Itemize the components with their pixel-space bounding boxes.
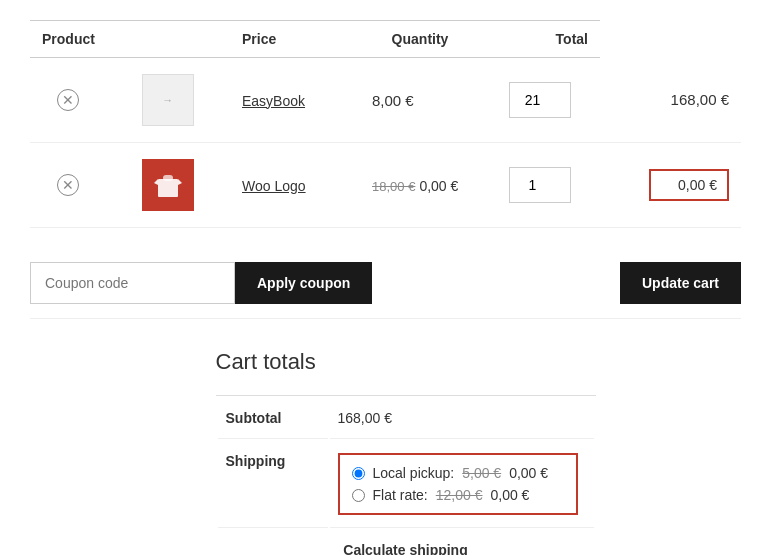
coupon-section: Apply coupon xyxy=(30,262,372,304)
header-total: Total xyxy=(480,21,600,58)
shipping-local-label: Local pickup: xyxy=(373,465,455,481)
product-link[interactable]: Woo Logo xyxy=(242,178,306,194)
svg-rect-3 xyxy=(163,175,173,181)
product-total: 168,00 € xyxy=(671,91,729,108)
remove-cell: ✕ xyxy=(30,58,105,143)
subtotal-value: 168,00 € xyxy=(330,398,594,439)
shipping-option-local: Local pickup: 5,00 € 0,00 € xyxy=(352,465,564,481)
cart-totals-section: Cart totals Subtotal 168,00 € Shipping L… xyxy=(176,349,596,555)
shipping-local-original: 5,00 € xyxy=(462,465,501,481)
product-total-highlighted: 0,00 € xyxy=(649,169,729,201)
update-cart-button[interactable]: Update cart xyxy=(620,262,741,304)
shipping-row: Shipping Local pickup: 5,00 € 0,00 € Fla… xyxy=(218,441,594,528)
coupon-input[interactable] xyxy=(30,262,235,304)
product-quantity-cell xyxy=(480,58,600,143)
shipping-flat-original: 12,00 € xyxy=(436,487,483,503)
table-row: ✕ Woo Logo 18,00 €0,00 € xyxy=(30,143,741,228)
product-thumbnail: → xyxy=(142,74,194,126)
product-link[interactable]: EasyBook xyxy=(242,93,305,109)
product-thumbnail-cell: → xyxy=(105,58,230,143)
svg-marker-1 xyxy=(154,179,158,185)
shipping-radio-local[interactable] xyxy=(352,467,365,480)
subtotal-label: Subtotal xyxy=(218,398,328,439)
product-price-original: 18,00 € xyxy=(372,179,415,194)
table-row: ✕ → EasyBook 8,00 € 168,00 € xyxy=(30,58,741,143)
cart-totals-heading: Cart totals xyxy=(216,349,596,375)
header-quantity: Quantity xyxy=(360,21,480,58)
quantity-input[interactable] xyxy=(509,167,571,203)
product-total-highlighted-cell: 0,00 € xyxy=(600,143,741,228)
product-name-cell: Woo Logo xyxy=(230,143,360,228)
product-total-cell: 168,00 € xyxy=(600,58,741,143)
product-price: 8,00 € xyxy=(372,92,414,109)
calculate-shipping-cell: Calculate shipping xyxy=(218,530,594,555)
header-product: Product xyxy=(30,21,230,58)
shipping-radio-flat[interactable] xyxy=(352,489,365,502)
shipping-label: Shipping xyxy=(218,441,328,528)
cart-actions: Apply coupon Update cart xyxy=(30,248,741,319)
thumb-arrow-icon: → xyxy=(162,94,173,106)
remove-cell: ✕ xyxy=(30,143,105,228)
shirt-icon xyxy=(150,167,186,203)
product-thumbnail-cell xyxy=(105,143,230,228)
totals-table: Subtotal 168,00 € Shipping Local pickup:… xyxy=(216,395,596,555)
product-price-cell: 8,00 € xyxy=(360,58,480,143)
cart-table: Product Price Quantity Total ✕ → EasyBoo… xyxy=(30,20,741,228)
header-price: Price xyxy=(230,21,360,58)
remove-button[interactable]: ✕ xyxy=(57,89,79,111)
remove-button[interactable]: ✕ xyxy=(57,174,79,196)
shipping-local-sale: 0,00 € xyxy=(509,465,548,481)
shipping-option-flat: Flat rate: 12,00 € 0,00 € xyxy=(352,487,564,503)
product-name-cell: EasyBook xyxy=(230,58,360,143)
product-price-cell: 18,00 €0,00 € xyxy=(360,143,480,228)
shipping-options-box: Local pickup: 5,00 € 0,00 € Flat rate: 1… xyxy=(338,453,578,515)
apply-coupon-button[interactable]: Apply coupon xyxy=(235,262,372,304)
shipping-flat-sale: 0,00 € xyxy=(490,487,529,503)
svg-marker-2 xyxy=(178,179,182,185)
product-quantity-cell xyxy=(480,143,600,228)
subtotal-row: Subtotal 168,00 € xyxy=(218,398,594,439)
calculate-shipping-row: Calculate shipping xyxy=(218,530,594,555)
svg-rect-0 xyxy=(158,179,178,197)
calculate-shipping-link[interactable]: Calculate shipping xyxy=(343,542,467,555)
product-thumbnail-shirt xyxy=(142,159,194,211)
quantity-input[interactable] xyxy=(509,82,571,118)
shipping-options-cell: Local pickup: 5,00 € 0,00 € Flat rate: 1… xyxy=(330,441,594,528)
product-price-sale: 0,00 € xyxy=(419,178,458,194)
shipping-flat-label: Flat rate: xyxy=(373,487,428,503)
